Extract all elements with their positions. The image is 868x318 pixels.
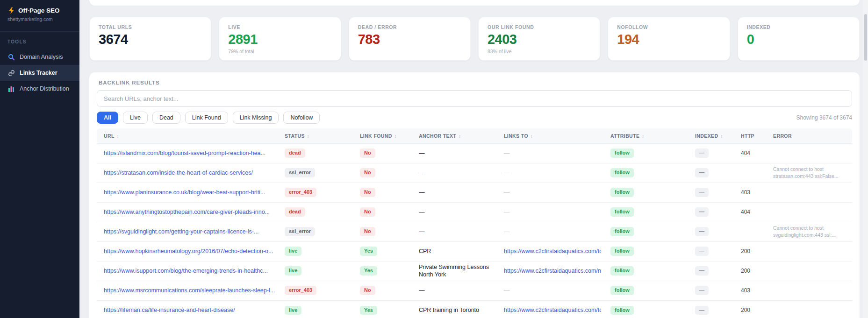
table-row: https://lifeman.ca/life-insurance-and-he… [97,300,852,318]
indexed-badge: — [695,207,709,216]
sort-icon: ↕ [720,134,723,139]
app-window: Off-Page SEO shettymarketing.com TOOLS D… [0,0,868,318]
attribute-badge: follow [610,207,634,216]
status-badge: dead [285,148,305,157]
table-row: https://www.msrcommunications.com/sleepr… [97,281,852,300]
column-header-anchor-text[interactable]: ANCHOR TEXT↕ [414,128,499,143]
links-to-link[interactable]: https://www.c2cfirstaidaquatics.com/toro… [504,248,601,254]
link-found-badge: Yes [360,266,377,275]
stat-label: INDEXED [747,24,850,30]
url-link[interactable]: https://www.planinsurance.co.uk/blog/wea… [104,189,275,196]
anchor-text-cell: — [414,183,499,202]
url-link[interactable]: https://www.hopkinsrheumatology.org/2016… [104,248,275,254]
filter-dead[interactable]: Dead [152,112,180,124]
url-link[interactable]: https://svguidinglight.com/getting-your-… [104,228,275,235]
anchor-text-cell: — [414,163,499,183]
indexed-cell: — [690,163,736,183]
link-found-cell: Yes [355,300,414,318]
column-header-attribute[interactable]: ATTRIBUTE↕ [606,128,690,143]
status-badge: ssl_error [285,227,315,236]
column-header-link-found[interactable]: LINK FOUND↕ [355,128,414,143]
error-cell [768,281,852,300]
status-badge: live [285,306,301,315]
links-to-cell: https://www.c2cfirstaidaquatics.com/toro… [499,300,606,318]
stat-label: OUR LINK FOUND [488,24,591,30]
link-found-badge: No [360,207,375,216]
sort-icon: ↕ [531,134,533,139]
url-cell: https://www.hopkinsrheumatology.org/2016… [97,241,280,261]
search-input[interactable] [97,90,852,107]
stat-sub: 83% of live [488,49,591,54]
http-cell: 404 [736,143,768,163]
attribute-cell: follow [606,183,690,202]
url-link[interactable]: https://www.anythingtostopthepain.com/ca… [104,209,275,215]
stat-card: OUR LINK FOUND 2403 83% of live [478,17,600,61]
attribute-badge: follow [610,227,634,236]
http-code: 403 [741,189,750,196]
url-link[interactable]: https://www.isupport.com/blog/the-emergi… [104,268,275,274]
http-code: 404 [741,209,750,215]
http-code: 200 [741,248,750,254]
tools-section-label: TOOLS [0,32,79,49]
link-found-badge: No [360,168,375,177]
vertical-scrollbar[interactable] [863,0,868,318]
url-cell: https://svguidinglight.com/getting-your-… [97,222,280,241]
links-to-cell: — [499,281,606,300]
anchor-text: — [419,189,495,196]
table-row: https://www.planinsurance.co.uk/blog/wea… [97,183,852,202]
link-found-cell: No [355,281,414,300]
indexed-cell: — [690,222,736,241]
url-link[interactable]: https://islandmix.com/blog/tourist-saved… [104,150,275,156]
sidebar-item-domain-analysis[interactable]: Domain Analysis [0,49,79,65]
sidebar-item-label: Links Tracker [20,70,57,76]
column-header-url[interactable]: URL↕ [97,128,280,143]
filter-link-found[interactable]: Link Found [185,112,228,124]
url-link[interactable]: https://stratasan.com/inside-the-heart-o… [104,170,275,176]
url-link[interactable]: https://www.msrcommunications.com/sleepr… [104,287,275,294]
link-found-cell: No [355,202,414,222]
status-badge: ssl_error [285,168,315,177]
anchor-text: CPR training in Toronto [419,306,495,314]
status-cell: ssl_error [280,222,355,241]
sidebar-item-links-tracker[interactable]: Links Tracker [0,65,79,81]
links-to-empty-dash: — [504,228,510,235]
attribute-cell: follow [606,281,690,300]
status-cell: ssl_error [280,163,355,183]
filter-list: AllLiveDeadLink FoundLink MissingNofollo… [97,112,320,124]
table-row: https://svguidinglight.com/getting-your-… [97,222,852,241]
error-cell [768,202,852,222]
filter-all[interactable]: All [97,112,118,124]
status-cell: error_403 [280,281,355,300]
scrollbar-thumb[interactable] [864,14,867,61]
links-to-link[interactable]: https://www.c2cfirstaidaquatics.com/nort… [504,268,601,274]
http-cell: 200 [736,241,768,261]
attribute-badge: follow [610,247,634,255]
error-cell [768,261,852,281]
anchor-text: — [419,149,495,157]
http-code: 403 [741,287,750,294]
filter-live[interactable]: Live [123,112,148,124]
status-cell: error_403 [280,183,355,202]
stat-value: 783 [358,32,461,47]
filter-nofollow[interactable]: Nofollow [283,112,320,124]
backlink-table: URL↕STATUS↕LINK FOUND↕ANCHOR TEXT↕LINKS … [97,128,852,318]
column-header-links-to[interactable]: LINKS TO↕ [499,128,606,143]
links-to-cell: https://www.c2cfirstaidaquatics.com/nort… [499,261,606,281]
table-row: https://stratasan.com/inside-the-heart-o… [97,163,852,183]
link-found-badge: No [360,227,375,236]
stats-row: TOTAL URLS 3674 LIVE 2891 79% of total D… [89,17,860,61]
link-icon [7,69,15,77]
sidebar-item-anchor-distribution[interactable]: Anchor Distribution [0,81,79,97]
indexed-cell: — [690,241,736,261]
url-link[interactable]: https://lifeman.ca/life-insurance-and-he… [104,307,275,313]
anchor-text-cell: CPR [414,241,499,261]
filter-link-missing[interactable]: Link Missing [233,112,279,124]
column-header-status[interactable]: STATUS↕ [280,128,355,143]
table-header-row: URL↕STATUS↕LINK FOUND↕ANCHOR TEXT↕LINKS … [97,128,852,143]
status-cell: live [280,300,355,318]
anchor-text-cell: — [414,143,499,163]
links-to-cell: — [499,222,606,241]
links-to-link[interactable]: https://www.c2cfirstaidaquatics.com/toro… [504,307,601,313]
link-found-badge: No [360,148,375,157]
column-header-indexed[interactable]: INDEXED↕ [690,128,736,143]
